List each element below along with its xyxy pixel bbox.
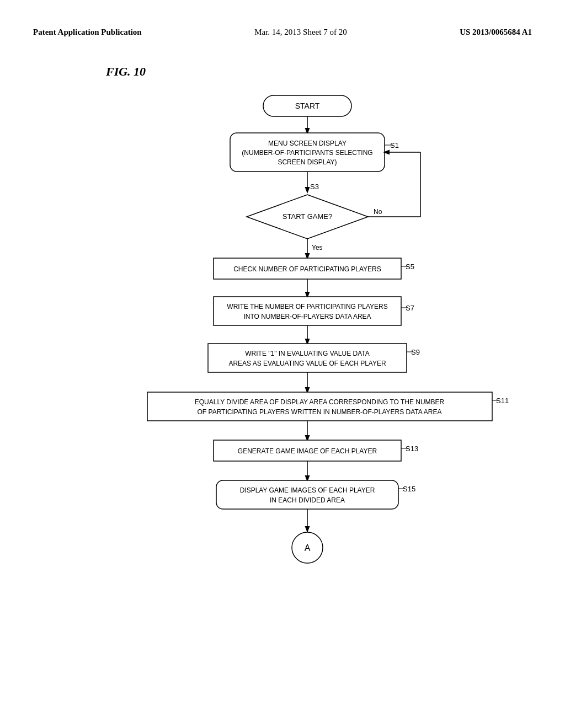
svg-rect-24 [214,297,401,325]
svg-text:START GAME?: START GAME? [282,212,332,221]
flowchart-svg: START MENU SCREEN DISPLAY (NUMBER-OF-PAR… [128,90,525,669]
svg-text:Yes: Yes [312,244,323,251]
svg-text:No: No [374,208,382,216]
svg-text:(NUMBER-OF-PARTICIPANTS SELECT: (NUMBER-OF-PARTICIPANTS SELECTING [242,149,372,157]
svg-text:A: A [305,543,311,553]
diagram-area: FIG. 10 START MENU SCREEN DISPLAY (NUMBE… [100,65,553,671]
svg-text:S11: S11 [496,397,509,405]
page: Patent Application Publication Mar. 14, … [0,0,565,728]
svg-text:SCREEN DISPLAY): SCREEN DISPLAY) [278,158,337,166]
svg-rect-47 [216,480,398,509]
svg-text:DISPLAY GAME IMAGES OF EACH PL: DISPLAY GAME IMAGES OF EACH PLAYER [240,486,375,494]
patent-number: US 2013/0065684 A1 [460,28,532,36]
svg-text:GENERATE GAME IMAGE OF EACH PL: GENERATE GAME IMAGE OF EACH PLAYER [238,447,377,455]
svg-text:EQUALLY DIVIDE AREA OF DISPLAY: EQUALLY DIVIDE AREA OF DISPLAY AREA CORR… [195,398,445,406]
header: Patent Application Publication Mar. 14, … [0,0,565,48]
svg-text:S3: S3 [310,183,319,191]
header-right: US 2013/0065684 A1 [460,28,532,37]
header-center: Mar. 14, 2013 Sheet 7 of 20 [254,28,347,37]
svg-text:INTO NUMBER-OF-PLAYERS DATA AR: INTO NUMBER-OF-PLAYERS DATA AREA [243,313,371,320]
svg-rect-36 [147,392,492,421]
publication-date: Mar. 14, 2013 Sheet 7 of 20 [254,28,347,36]
svg-text:MENU SCREEN DISPLAY: MENU SCREEN DISPLAY [268,140,347,147]
svg-text:CHECK NUMBER OF PARTICIPATING : CHECK NUMBER OF PARTICIPATING PLAYERS [233,265,381,273]
svg-text:OF PARTICIPATING PLAYERS WRITT: OF PARTICIPATING PLAYERS WRITTEN IN NUMB… [198,408,442,416]
svg-rect-30 [208,344,407,372]
svg-text:AREAS AS EVALUATING VALUE OF E: AREAS AS EVALUATING VALUE OF EACH PLAYER [228,360,386,367]
svg-text:WRITE THE NUMBER OF PARTICIPAT: WRITE THE NUMBER OF PARTICIPATING PLAYER… [227,303,387,311]
svg-text:WRITE  "1"  IN EVALUATING VALU: WRITE "1" IN EVALUATING VALUE DATA [245,350,369,357]
svg-text:IN EACH DIVIDED AREA: IN EACH DIVIDED AREA [270,496,345,504]
flowchart: START MENU SCREEN DISPLAY (NUMBER-OF-PAR… [128,90,525,671]
svg-text:START: START [295,101,320,110]
header-left: Patent Application Publication [33,28,142,37]
figure-label: FIG. 10 [106,65,553,79]
publication-title: Patent Application Publication [33,28,142,36]
